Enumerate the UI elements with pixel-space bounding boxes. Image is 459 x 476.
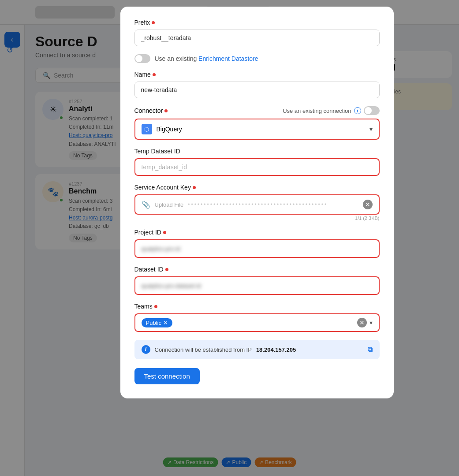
prefix-required-dot	[152, 21, 155, 24]
file-upload-field[interactable]: 📎 Upload File ••••••••••••••••••••••••••…	[134, 194, 380, 215]
file-clear-icon[interactable]: ✕	[363, 200, 373, 209]
modal-dialog: Prefix Use an existing Enrichment Datast…	[120, 7, 394, 398]
teams-controls: ✕ ▾	[357, 318, 373, 327]
temp-dataset-input[interactable]	[134, 158, 380, 176]
teams-label: Teams	[134, 303, 380, 310]
paperclip-icon: 📎	[142, 201, 150, 209]
bigquery-icon: ⬡	[142, 124, 152, 134]
connector-select[interactable]: ⬡ BigQuery ▾	[134, 119, 380, 140]
toggle-thumb	[135, 55, 142, 62]
ip-info-text: i Connection will be established from IP…	[142, 345, 296, 354]
service-required-dot	[193, 186, 196, 189]
project-id-label: Project ID	[134, 229, 380, 236]
service-account-label: Service Account Key	[134, 184, 380, 191]
prefix-row: Prefix	[134, 19, 380, 46]
prefix-input[interactable]	[134, 30, 380, 46]
connector-header: Connector Use an existing connection i	[134, 106, 380, 115]
test-connection-button[interactable]: Test connection	[134, 368, 200, 384]
connector-required-dot	[164, 109, 168, 112]
toggle-label: Use an existing Enrichment Datastore	[155, 55, 258, 62]
teams-required-dot	[154, 305, 157, 308]
file-dots: ••••••••••••••••••••••••••••••••••••••••…	[188, 201, 328, 208]
use-existing-toggle[interactable]	[364, 106, 380, 115]
teams-clear-icon[interactable]: ✕	[357, 318, 367, 327]
file-upload-left: 📎 Upload File ••••••••••••••••••••••••••…	[142, 201, 328, 209]
name-input[interactable]	[134, 82, 380, 98]
enrichment-toggle-row: Use an existing Enrichment Datastore	[134, 54, 380, 63]
dataset-required-dot	[165, 268, 168, 271]
teams-tags: Public ✕	[142, 318, 172, 327]
dataset-id-row: Dataset ID qualytics-pro-dataset-id	[134, 266, 380, 295]
project-id-blurred: qualytics-pro-id	[142, 245, 180, 252]
temp-dataset-label: Temp Dataset ID	[134, 148, 380, 155]
dataset-id-blurred: qualytics-pro-dataset-id	[142, 283, 201, 289]
dataset-id-label: Dataset ID	[134, 266, 380, 273]
enrichment-toggle[interactable]	[134, 54, 150, 63]
copy-ip-icon[interactable]: ⧉	[368, 346, 373, 353]
enrichment-link[interactable]: Enrichment Datastore	[198, 55, 258, 62]
project-id-row: Project ID qualytics-pro-id	[134, 229, 380, 258]
file-size-note: 1/1 (2.3KB)	[134, 216, 380, 221]
name-label: Name	[134, 71, 380, 78]
teams-field[interactable]: Public ✕ ✕ ▾	[134, 313, 380, 332]
connector-select-left: ⬡ BigQuery	[142, 124, 182, 134]
ip-info-icon: i	[142, 345, 150, 354]
public-team-tag[interactable]: Public ✕	[142, 318, 172, 327]
project-id-input[interactable]: qualytics-pro-id	[134, 239, 380, 258]
chevron-down-icon: ▾	[369, 126, 373, 133]
name-required-dot	[153, 73, 156, 76]
connector-row: Connector Use an existing connection i ⬡…	[134, 106, 380, 140]
teams-row: Teams Public ✕ ✕ ▾	[134, 303, 380, 332]
service-account-row: Service Account Key 📎 Upload File ••••••…	[134, 184, 380, 221]
ip-info-box: i Connection will be established from IP…	[134, 340, 380, 359]
name-row: Name	[134, 71, 380, 98]
dataset-id-input[interactable]: qualytics-pro-dataset-id	[134, 276, 380, 295]
ip-address: 18.204.157.205	[256, 346, 296, 353]
connector-label: Connector	[134, 107, 168, 114]
teams-chevron-icon[interactable]: ▾	[369, 319, 373, 326]
temp-dataset-row: Temp Dataset ID	[134, 148, 380, 176]
upload-file-label: Upload File	[155, 201, 184, 208]
prefix-label: Prefix	[134, 19, 380, 26]
use-existing-toggle-thumb	[365, 107, 372, 114]
info-icon[interactable]: i	[354, 107, 361, 114]
use-existing-connection: Use an existing connection i	[283, 106, 379, 115]
team-tag-remove-icon[interactable]: ✕	[163, 320, 168, 326]
project-required-dot	[163, 231, 166, 234]
